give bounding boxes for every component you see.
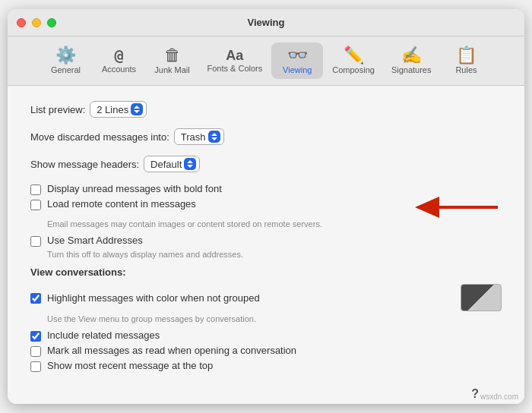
color-preview bbox=[461, 284, 502, 311]
most-recent-checkbox[interactable] bbox=[30, 361, 41, 372]
remote-content-main: Load remote content in messages bbox=[30, 198, 404, 213]
show-headers-label: Show message headers: bbox=[30, 159, 139, 170]
smart-addresses-label: Use Smart Addresses bbox=[47, 235, 143, 246]
highlight-color-checkbox[interactable] bbox=[30, 293, 41, 304]
viewing-label: Viewing bbox=[283, 65, 312, 74]
rules-icon: 📋 bbox=[456, 47, 477, 64]
viewing-icon: 👓 bbox=[287, 47, 308, 64]
remote-content-sublabel: Email messages may contain images or con… bbox=[47, 219, 502, 229]
toolbar-item-fonts-colors[interactable]: Aa Fonts & Colors bbox=[200, 44, 271, 77]
include-related-row: Include related messages bbox=[30, 329, 502, 342]
spinner-down-icon bbox=[211, 137, 217, 140]
show-headers-select[interactable]: Default bbox=[144, 156, 200, 172]
general-icon: ⚙️ bbox=[55, 47, 76, 64]
list-preview-select[interactable]: 2 Lines bbox=[90, 101, 147, 118]
mark-read-label: Mark all messages as read when opening a… bbox=[47, 345, 296, 356]
mark-read-checkbox[interactable] bbox=[30, 346, 41, 357]
most-recent-label: Show most recent message at the top bbox=[47, 360, 213, 371]
junk-mail-label: Junk Mail bbox=[154, 65, 189, 74]
toolbar-item-general[interactable]: ⚙️ General bbox=[40, 43, 92, 79]
signatures-label: Signatures bbox=[391, 65, 432, 74]
toolbar-item-signatures[interactable]: ✍️ Signatures bbox=[384, 43, 439, 79]
settings-content: List preview: 2 Lines Move discarded mes… bbox=[8, 86, 524, 386]
spinner-up-icon bbox=[211, 133, 217, 136]
list-preview-row: List preview: 2 Lines bbox=[30, 101, 502, 118]
show-headers-spinner[interactable] bbox=[184, 158, 196, 170]
help-button[interactable]: ? bbox=[471, 387, 479, 401]
composing-label: Composing bbox=[332, 65, 375, 74]
include-related-checkbox[interactable] bbox=[30, 331, 41, 342]
include-related-label: Include related messages bbox=[47, 329, 160, 341]
highlight-color-sublabel: Use the View menu to group messages by c… bbox=[47, 314, 502, 323]
toolbar: ⚙️ General @ Accounts 🗑 Junk Mail Aa Fon… bbox=[8, 36, 524, 86]
watermark: wsxdn.com bbox=[480, 393, 518, 401]
highlight-color-label: Highlight messages with color when not g… bbox=[47, 292, 451, 304]
accounts-label: Accounts bbox=[102, 65, 136, 74]
arrow-annotation bbox=[410, 197, 502, 218]
window-title: Viewing bbox=[248, 17, 285, 28]
composing-icon: ✏️ bbox=[344, 47, 364, 64]
toolbar-item-composing[interactable]: ✏️ Composing bbox=[325, 43, 382, 79]
bottom-bar: ? wsxdn.com bbox=[8, 386, 524, 404]
move-discarded-spinner[interactable] bbox=[208, 131, 220, 143]
spinner-down-icon bbox=[187, 165, 193, 168]
red-arrow-icon bbox=[410, 197, 502, 218]
bold-font-checkbox[interactable] bbox=[30, 184, 41, 195]
smart-addresses-row: Use Smart Addresses bbox=[30, 235, 502, 247]
remote-content-checkbox[interactable] bbox=[30, 200, 41, 210]
checkboxes-section: Display unread messages with bold font L… bbox=[30, 183, 502, 259]
remote-content-label: Load remote content in messages bbox=[47, 198, 196, 210]
fonts-colors-label: Fonts & Colors bbox=[207, 64, 263, 73]
move-discarded-label: Move discarded messages into: bbox=[30, 131, 169, 143]
highlight-color-row: Highlight messages with color when not g… bbox=[30, 284, 502, 311]
smart-addresses-sublabel: Turn this off to always display names an… bbox=[47, 250, 502, 259]
conversations-header: View conversations: bbox=[30, 266, 502, 278]
move-discarded-row: Move discarded messages into: Trash bbox=[30, 128, 502, 145]
spinner-down-icon bbox=[134, 110, 140, 113]
toolbar-item-rules[interactable]: 📋 Rules bbox=[440, 43, 492, 79]
title-bar: Viewing bbox=[8, 9, 524, 36]
fonts-colors-icon: Aa bbox=[226, 49, 243, 62]
remote-content-container: Load remote content in messages bbox=[30, 198, 502, 218]
conversations-checkboxes: Highlight messages with color when not g… bbox=[30, 284, 502, 372]
list-preview-label: List preview: bbox=[30, 104, 85, 115]
move-discarded-value: Trash bbox=[181, 131, 206, 143]
bold-font-label: Display unread messages with bold font bbox=[47, 183, 222, 194]
signatures-icon: ✍️ bbox=[401, 47, 422, 64]
spinner-up-icon bbox=[187, 160, 193, 163]
bold-font-row: Display unread messages with bold font bbox=[30, 183, 502, 195]
toolbar-item-viewing[interactable]: 👓 Viewing bbox=[271, 43, 323, 79]
traffic-lights bbox=[17, 18, 56, 27]
accounts-icon: @ bbox=[114, 48, 123, 63]
show-headers-row: Show message headers: Default bbox=[30, 156, 502, 172]
close-button[interactable] bbox=[17, 18, 26, 27]
show-headers-value: Default bbox=[150, 159, 182, 170]
rules-label: Rules bbox=[455, 65, 477, 74]
list-preview-value: 2 Lines bbox=[97, 104, 128, 115]
general-label: General bbox=[51, 65, 81, 74]
remote-content-row: Load remote content in messages bbox=[30, 198, 404, 210]
toolbar-item-accounts[interactable]: @ Accounts bbox=[93, 43, 145, 78]
mark-read-row: Mark all messages as read when opening a… bbox=[30, 345, 502, 357]
minimize-button[interactable] bbox=[32, 18, 41, 27]
junk-mail-icon: 🗑 bbox=[164, 47, 181, 64]
smart-addresses-checkbox[interactable] bbox=[30, 236, 41, 247]
toolbar-item-junk-mail[interactable]: 🗑 Junk Mail bbox=[147, 43, 198, 79]
preferences-window: Viewing ⚙️ General @ Accounts 🗑 Junk Mai… bbox=[8, 9, 524, 404]
most-recent-row: Show most recent message at the top bbox=[30, 360, 502, 372]
move-discarded-select[interactable]: Trash bbox=[174, 128, 224, 145]
list-preview-spinner[interactable] bbox=[131, 103, 143, 115]
maximize-button[interactable] bbox=[47, 18, 56, 27]
spinner-up-icon bbox=[134, 106, 140, 109]
